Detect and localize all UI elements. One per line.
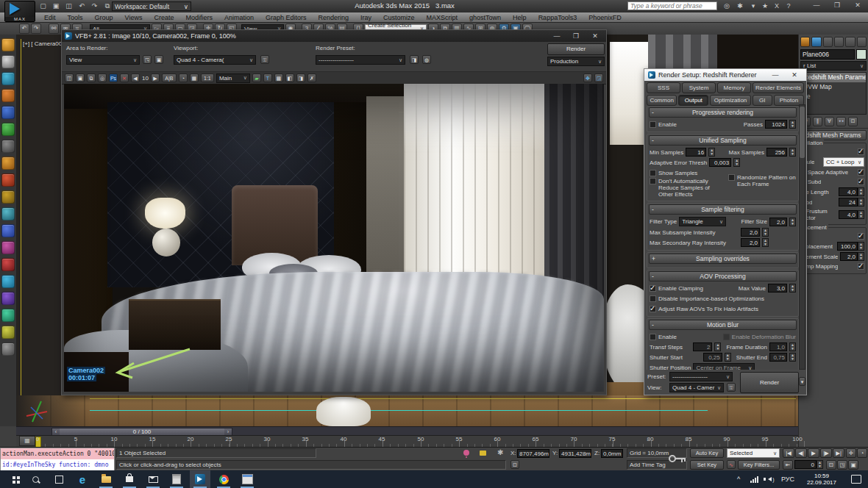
sampling-overrides-header[interactable]: +Sampling overrides	[649, 254, 797, 264]
dont-reduce-checkbox[interactable]	[650, 178, 656, 184]
volume-icon[interactable]: )	[764, 470, 777, 488]
y-coord-field[interactable]: 4931,428m	[559, 449, 591, 458]
x-coord-field[interactable]: 8707,496m	[517, 449, 549, 458]
zoom-view-icon[interactable]: ◲	[594, 73, 603, 82]
menu-rendering[interactable]: Rendering	[313, 14, 355, 21]
action-center-button[interactable]	[849, 470, 864, 488]
tab-memory[interactable]: Memory	[717, 82, 751, 93]
displacement-enable-checkbox[interactable]	[858, 233, 864, 240]
new-key-waveform-icon[interactable]: ∿	[727, 460, 736, 469]
undo-icon[interactable]: ↶	[77, 1, 87, 11]
listener-line-pink[interactable]: actionMan.executeAction 0 "40010	[1, 448, 114, 459]
vfb-settings-icon[interactable]: ✗	[307, 73, 316, 82]
preset-options-icon[interactable]: ◍	[422, 55, 431, 64]
adjust-raw-aov-checkbox[interactable]	[650, 306, 656, 312]
ab-compare-icon[interactable]: A|B	[162, 73, 177, 82]
tab-hierarchy-icon[interactable]	[823, 37, 833, 47]
configure-sets-icon[interactable]: ⊡	[848, 117, 858, 126]
tab-sss[interactable]: SSS	[647, 82, 680, 93]
custom-script-icon[interactable]	[1, 72, 15, 85]
max-samples-spinner[interactable]: ▲▼	[789, 148, 796, 157]
one-to-one-zoom-icon[interactable]: 1:1	[201, 73, 214, 82]
selection-set-dropdown[interactable]: Selected∨	[727, 448, 780, 458]
tab-create-icon[interactable]	[800, 37, 810, 47]
render-flyout-icon[interactable]: ▾	[799, 377, 805, 386]
load-image-icon[interactable]: ▣	[76, 73, 85, 82]
prev-frame-button[interactable]: ◀|	[795, 448, 807, 458]
menu-modifiers[interactable]: Modifiers	[179, 14, 218, 21]
undo-icon[interactable]: ↶	[19, 24, 29, 34]
orbit-icon[interactable]: ◔	[857, 448, 867, 458]
max-displacement-spinner[interactable]: ▲▼	[858, 242, 864, 251]
listener-line-white[interactable]: id:#eyeInTheSky function: dmno	[1, 459, 114, 470]
other-app-button[interactable]	[237, 470, 257, 488]
render-mode-dropdown[interactable]: Production∨	[547, 57, 605, 66]
isolate-selection-icon[interactable]	[463, 450, 469, 456]
frame-duration-field[interactable]: 1,0	[769, 342, 787, 351]
custom-script-icon[interactable]	[1, 309, 15, 322]
max-subd-spinner[interactable]: ▲▼	[858, 198, 864, 207]
project-folder-icon[interactable]: ⧉	[103, 1, 113, 11]
filter-size-field[interactable]: 2,0	[769, 218, 787, 226]
network-icon[interactable]	[747, 470, 761, 488]
screen-space-adaptive-checkbox[interactable]	[858, 169, 864, 176]
select-and-link-icon[interactable]: ⚯	[49, 24, 59, 34]
bump-mapping-checkbox[interactable]	[858, 263, 864, 270]
custom-script-icon[interactable]	[1, 173, 15, 187]
max-value-spinner[interactable]: ▲▼	[789, 284, 796, 293]
file-explorer-button[interactable]	[96, 470, 116, 488]
favorites-star-icon[interactable]: ★	[759, 1, 771, 11]
menu-customize[interactable]: Customize	[377, 14, 421, 21]
store-button[interactable]	[119, 470, 140, 488]
render-setup-minimize-button[interactable]: —	[767, 71, 783, 79]
custom-script-icon[interactable]	[1, 342, 15, 356]
go-to-end-button[interactable]: ▶|	[833, 448, 844, 458]
disable-importance-checkbox[interactable]	[650, 295, 656, 302]
area-to-render-dropdown[interactable]: View∨	[66, 55, 140, 65]
exchange-icon[interactable]: X	[771, 1, 783, 11]
rollout-mesh-params[interactable]: -dshift Mesh Params	[800, 130, 867, 140]
shutter-position-dropdown[interactable]: Center on Frame∨	[693, 363, 755, 370]
unified-sampling-header[interactable]: -Unified Sampling	[649, 135, 797, 146]
motion-blur-header[interactable]: -Motion Blur	[649, 320, 797, 330]
new-scene-icon[interactable]: ▢	[38, 1, 48, 11]
filter-size-spinner[interactable]: ▲▼	[789, 218, 796, 226]
photoshop-icon[interactable]: Ps	[109, 73, 118, 82]
tab-utilities-icon[interactable]	[857, 37, 867, 47]
menu-group[interactable]: Group	[89, 14, 119, 21]
frustum-factor-spinner[interactable]: ▲▼	[858, 210, 864, 219]
help-icon[interactable]: ?	[783, 1, 794, 11]
menu-maxscript[interactable]: MAXScript	[421, 14, 464, 21]
tab-motion-icon[interactable]	[834, 37, 844, 47]
max-secondary-spinner[interactable]: ▲▼	[762, 238, 769, 247]
progressive-rendering-header[interactable]: -Progressive rendering	[649, 107, 797, 118]
search-communities-icon[interactable]: ◎	[721, 1, 733, 11]
vfb-maximize-button[interactable]: ❐	[568, 32, 584, 40]
remove-modifier-icon[interactable]: 👓	[836, 117, 846, 126]
viewport-left-edge[interactable]: [+] [ Camera002 ]	[16, 35, 61, 426]
current-frame-field[interactable]: 0	[794, 460, 817, 469]
close-button[interactable]: ✕	[847, 0, 868, 12]
max-subsample-field[interactable]: 2,0	[741, 228, 760, 237]
mail-button[interactable]	[143, 470, 163, 488]
stack-item-redshift-mesh[interactable]: Redshift Mesh Parameter	[801, 73, 866, 82]
layout-b-icon[interactable]: ◨	[296, 73, 305, 82]
tray-expand-button[interactable]: ^	[733, 470, 744, 488]
view-lock-icon[interactable]: ⚿	[727, 383, 736, 392]
prev-image-icon[interactable]: ◀	[131, 73, 140, 82]
menu-graph-editors[interactable]: Graph Editors	[260, 14, 313, 21]
zoom-region-icon[interactable]: ◳	[837, 460, 847, 470]
progressive-enable-checkbox[interactable]	[650, 121, 656, 128]
custom-script-icon[interactable]	[1, 106, 15, 119]
set-key-button[interactable]: Set Key	[690, 460, 724, 470]
timeline-ruler[interactable]: ▦ 0 5 10 15 20 25 30 35 40 45 50 55 60 6…	[16, 435, 798, 448]
passes-field[interactable]: 1024	[765, 120, 787, 129]
tab-modify-icon[interactable]	[811, 37, 821, 47]
shutter-start-spinner[interactable]: ▲▼	[725, 353, 731, 362]
thumbnail-icon[interactable]: ▩	[274, 73, 283, 82]
frame-duration-spinner[interactable]: ▲▼	[789, 342, 796, 351]
max-secondary-field[interactable]: 2,0	[741, 238, 760, 247]
object-name-field[interactable]: Plane006	[800, 49, 855, 60]
tessellation-enable-checkbox[interactable]	[858, 148, 864, 155]
adaptive-error-field[interactable]: 0,003	[709, 158, 731, 167]
